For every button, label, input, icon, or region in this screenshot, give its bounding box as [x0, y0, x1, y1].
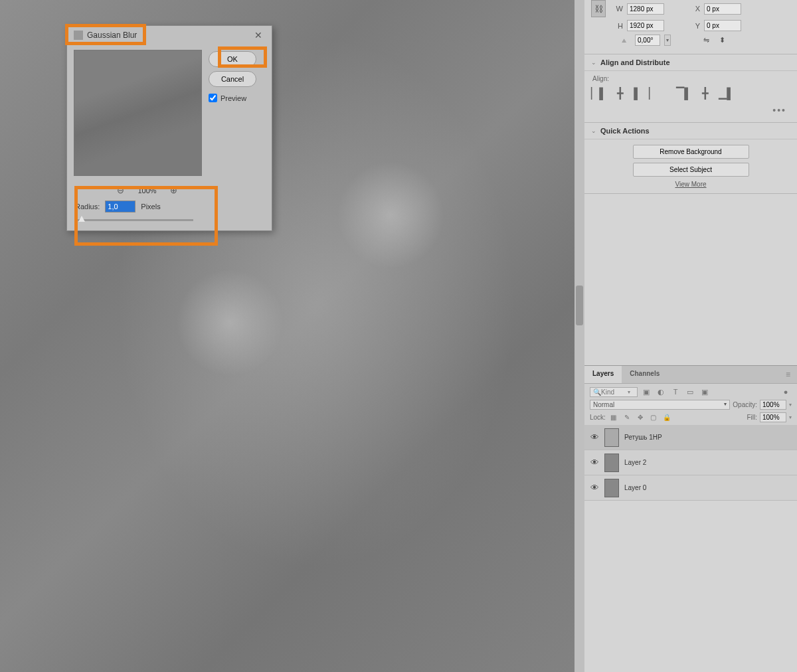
dialog-icon	[74, 31, 83, 40]
layer-row[interactable]: 👁 Layer 0	[584, 475, 797, 501]
radius-section: Radius: Pixels	[67, 195, 272, 230]
opacity-label: Opacity:	[733, 401, 757, 408]
layer-name: Layer 2	[624, 459, 646, 466]
layer-row[interactable]: 👁 Ретушь 1HP	[584, 425, 797, 450]
ok-button[interactable]: OK	[209, 51, 256, 67]
select-subject-button[interactable]: Select Subject	[633, 163, 749, 177]
dialog-title: Gaussian Blur	[87, 31, 252, 40]
filter-shape-icon[interactable]: ▭	[684, 386, 696, 397]
align-bottom-icon[interactable]: ▁▌	[720, 86, 733, 100]
align-section: Align: ▏▌ ╋ ▌▕ ▔▌ ╋ ▁▌ •••	[584, 71, 797, 123]
filter-toggle-icon[interactable]: ●	[780, 386, 792, 397]
layer-name: Layer 0	[624, 484, 646, 491]
radius-slider[interactable]	[75, 219, 193, 221]
layer-list: 👁 Ретушь 1HP 👁 Layer 2 👁 Layer 0	[584, 425, 797, 501]
lock-position-icon[interactable]: ✥	[635, 413, 646, 422]
layer-row[interactable]: 👁 Layer 2	[584, 450, 797, 475]
fill-label: Fill:	[747, 414, 757, 421]
scrollbar-thumb[interactable]	[576, 286, 583, 325]
zoom-out-icon[interactable]: ⊖	[117, 185, 124, 195]
radius-unit: Pixels	[141, 203, 160, 210]
preview-checkbox-row[interactable]: Preview	[209, 94, 256, 102]
filter-type-icon[interactable]: T	[669, 386, 681, 397]
transform-panel: ⛓ W X H Y ⟁ ▾ ⇋ ⬍	[584, 0, 797, 54]
remove-background-button[interactable]: Remove Background	[633, 145, 749, 159]
visibility-icon[interactable]: 👁	[584, 483, 604, 493]
link-wh-icon[interactable]: ⛓	[591, 0, 606, 17]
filter-smart-icon[interactable]: ▣	[699, 386, 711, 397]
quick-actions-title: Quick Actions	[600, 127, 650, 135]
lock-all-icon[interactable]: 🔒	[662, 413, 672, 422]
layer-name: Ретушь 1HP	[624, 434, 662, 441]
lock-artboard-icon[interactable]: ▢	[648, 413, 659, 422]
angle-dropdown[interactable]: ▾	[664, 35, 671, 46]
layers-controls: 🔍 ▾ ▣ ◐ T ▭ ▣ ● Normal ▾ Opacity: ▾	[584, 384, 797, 425]
lock-label: Lock:	[590, 414, 606, 421]
gaussian-blur-dialog: Gaussian Blur ✕ OK Cancel Preview ⊖ 100%…	[66, 25, 272, 231]
kind-input[interactable]	[601, 388, 628, 396]
view-more-link[interactable]: View More	[592, 181, 789, 188]
layer-thumbnail[interactable]	[604, 454, 619, 472]
layers-panel: Layers Channels ≡ 🔍 ▾ ▣ ◐ T ▭ ▣ ● Normal	[584, 365, 797, 501]
visibility-icon[interactable]: 👁	[584, 458, 604, 467]
layer-thumbnail[interactable]	[604, 479, 619, 497]
search-icon: 🔍	[593, 388, 601, 396]
lock-brush-icon[interactable]: ✎	[622, 413, 632, 422]
y-label: Y	[691, 22, 700, 30]
tab-channels[interactable]: Channels	[622, 366, 667, 383]
width-input[interactable]	[627, 3, 664, 15]
quick-actions-header[interactable]: ⌄ Quick Actions	[584, 123, 797, 139]
opacity-input[interactable]	[760, 400, 786, 410]
zoom-percent: 100%	[137, 187, 156, 195]
layer-thumbnail[interactable]	[604, 428, 619, 447]
slider-thumb[interactable]	[78, 216, 85, 222]
flip-vertical-icon[interactable]: ⬍	[716, 34, 728, 46]
panel-tabs: Layers Channels ≡	[584, 366, 797, 384]
y-input[interactable]	[704, 20, 741, 31]
h-label: H	[614, 22, 623, 30]
x-input[interactable]	[704, 3, 741, 15]
align-label: Align:	[592, 75, 789, 82]
filter-preview[interactable]	[74, 50, 202, 176]
panel-spacer	[584, 194, 797, 365]
bottom-spacer	[584, 501, 797, 672]
align-right-icon[interactable]: ▌▕	[635, 86, 648, 100]
zoom-in-icon[interactable]: ⊕	[170, 185, 177, 195]
align-section-header[interactable]: ⌄ Align and Distribute	[584, 54, 797, 71]
align-left-icon[interactable]: ▏▌	[592, 86, 606, 100]
panel-menu-icon[interactable]: ≡	[779, 366, 797, 383]
chevron-down-icon: ⌄	[591, 59, 596, 66]
align-center-v-icon[interactable]: ╋	[699, 86, 712, 100]
align-title: Align and Distribute	[600, 58, 670, 66]
visibility-icon[interactable]: 👁	[584, 432, 604, 442]
radius-label: Radius:	[75, 203, 100, 210]
x-label: X	[691, 5, 700, 13]
blend-mode-select[interactable]: Normal ▾	[590, 400, 730, 410]
quick-actions-section: Remove Background Select Subject View Mo…	[584, 139, 797, 194]
tab-layers[interactable]: Layers	[584, 366, 622, 383]
align-more-icon[interactable]: •••	[592, 105, 789, 116]
angle-icon: ⟁	[622, 35, 631, 44]
radius-input[interactable]	[105, 201, 135, 212]
align-top-icon[interactable]: ▔▌	[677, 86, 691, 100]
preview-checkbox[interactable]	[209, 94, 217, 102]
angle-input[interactable]	[635, 35, 660, 46]
lock-transparent-icon[interactable]: ▦	[608, 413, 619, 422]
height-input[interactable]	[627, 20, 664, 31]
chevron-down-icon: ⌄	[591, 127, 596, 134]
align-center-h-icon[interactable]: ╋	[614, 86, 627, 100]
cancel-button[interactable]: Cancel	[209, 71, 256, 87]
vertical-scrollbar[interactable]	[575, 0, 584, 672]
fill-input[interactable]	[760, 412, 786, 422]
flip-horizontal-icon[interactable]: ⇋	[700, 34, 712, 46]
filter-adjust-icon[interactable]: ◐	[655, 386, 667, 397]
preview-label: Preview	[221, 94, 246, 102]
close-icon[interactable]: ✕	[252, 30, 265, 41]
blend-mode-value: Normal	[593, 401, 614, 408]
dialog-titlebar[interactable]: Gaussian Blur ✕	[67, 26, 272, 44]
w-label: W	[614, 5, 623, 13]
right-panel: ⛓ W X H Y ⟁ ▾ ⇋ ⬍ ⌄ Align and Distribute	[584, 0, 797, 672]
layer-kind-filter[interactable]: 🔍 ▾	[590, 387, 638, 397]
filter-pixel-icon[interactable]: ▣	[640, 386, 652, 397]
